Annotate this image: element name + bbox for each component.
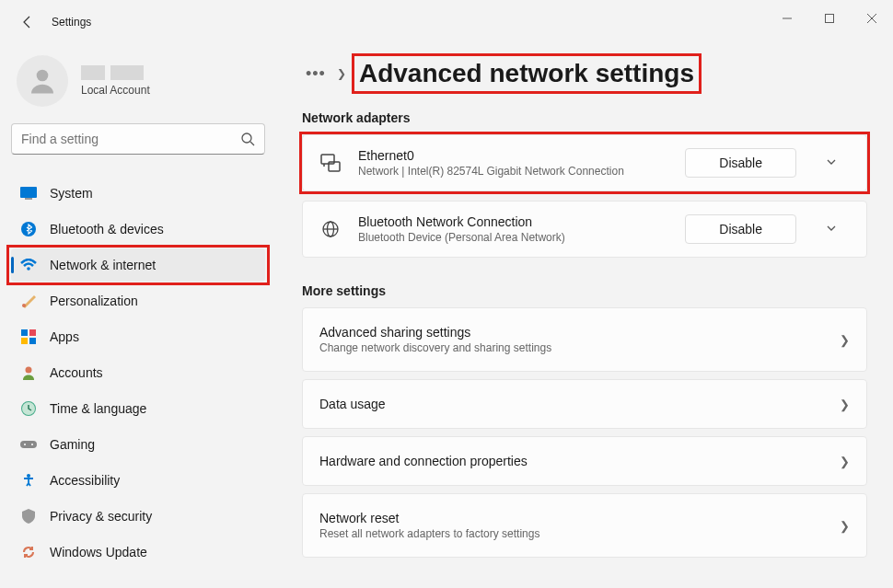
setting-row-data-usage[interactable]: Data usage ❯: [302, 379, 867, 429]
sidebar-item-update[interactable]: Windows Update: [11, 536, 265, 569]
adapter-description: Network | Intel(R) 82574L Gigabit Networ…: [358, 165, 668, 178]
svg-rect-13: [29, 329, 36, 336]
close-button[interactable]: [851, 0, 893, 37]
sidebar-item-label: Privacy & security: [50, 509, 152, 524]
chevron-right-icon: ❯: [337, 67, 346, 80]
adapter-card-ethernet0: Ethernet0 Network | Intel(R) 82574L Giga…: [302, 134, 867, 191]
expand-chevron[interactable]: [813, 156, 850, 170]
adapter-description: Bluetooth Device (Personal Area Network): [358, 231, 668, 244]
disable-button-bluetooth[interactable]: Disable: [685, 214, 796, 244]
sidebar-item-label: Accounts: [50, 365, 103, 380]
svg-rect-1: [826, 15, 834, 23]
svg-point-4: [37, 70, 49, 82]
sidebar-item-label: Accessibility: [50, 473, 120, 488]
setting-row-reset[interactable]: Network reset Reset all network adapters…: [302, 493, 867, 558]
svg-rect-15: [29, 338, 36, 344]
chevron-down-icon: [826, 156, 837, 167]
brush-icon: [20, 293, 37, 309]
setting-title: Advanced sharing settings: [319, 325, 840, 340]
sidebar-item-gaming[interactable]: Gaming: [11, 428, 265, 461]
sidebar-item-accounts[interactable]: Accounts: [11, 356, 265, 389]
expand-chevron[interactable]: [813, 223, 850, 236]
section-label-more: More settings: [302, 283, 867, 298]
wifi-icon: [20, 257, 37, 273]
breadcrumb: ••• ❯ Advanced network settings: [302, 59, 867, 88]
setting-title: Hardware and connection properties: [319, 454, 840, 468]
svg-rect-8: [25, 198, 32, 200]
section-label-adapters: Network adapters: [302, 110, 867, 125]
sidebar-item-label: System: [50, 186, 93, 201]
svg-rect-19: [20, 441, 37, 448]
svg-point-21: [31, 444, 33, 445]
globe-icon: [319, 218, 342, 240]
nav-list: System Bluetooth & devices Network & int…: [11, 177, 265, 569]
chevron-right-icon: ❯: [840, 519, 850, 533]
system-icon: [20, 185, 37, 202]
bluetooth-icon: [20, 221, 37, 237]
svg-rect-14: [21, 338, 28, 344]
update-icon: [20, 544, 37, 560]
shield-icon: [20, 508, 37, 525]
profile-type: Local Account: [81, 84, 150, 97]
profile-name-redacted: [81, 65, 150, 80]
accessibility-icon: [20, 472, 37, 489]
search-box[interactable]: [11, 123, 265, 155]
window-title: Settings: [52, 16, 91, 29]
profile-block[interactable]: Local Account: [11, 44, 265, 123]
page-title: Advanced network settings: [354, 59, 700, 87]
ethernet-icon: [319, 152, 342, 174]
svg-point-16: [26, 367, 32, 374]
setting-row-sharing[interactable]: Advanced sharing settings Change network…: [302, 307, 867, 372]
svg-line-6: [250, 142, 254, 145]
sidebar-item-accessibility[interactable]: Accessibility: [11, 464, 265, 497]
sidebar-item-system[interactable]: System: [11, 177, 265, 210]
sidebar: Local Account System Bluetooth & devices…: [0, 44, 276, 588]
setting-row-hardware[interactable]: Hardware and connection properties ❯: [302, 436, 867, 486]
search-input[interactable]: [21, 132, 240, 146]
svg-rect-12: [21, 329, 28, 336]
svg-point-5: [242, 133, 251, 143]
setting-title: Network reset: [319, 511, 840, 525]
adapter-name: Ethernet0: [358, 148, 668, 163]
sidebar-item-bluetooth[interactable]: Bluetooth & devices: [11, 213, 265, 246]
search-icon: [240, 132, 255, 146]
avatar: [17, 55, 68, 107]
accounts-icon: [20, 364, 37, 381]
titlebar: Settings: [0, 0, 893, 44]
chevron-right-icon: ❯: [840, 455, 850, 468]
maximize-button[interactable]: [808, 0, 851, 37]
minimize-button[interactable]: [766, 0, 808, 37]
svg-point-22: [27, 474, 30, 478]
breadcrumb-more[interactable]: •••: [302, 64, 330, 84]
sidebar-item-label: Windows Update: [50, 545, 147, 559]
sidebar-item-privacy[interactable]: Privacy & security: [11, 500, 265, 533]
window-controls: [766, 0, 893, 37]
main-content: ••• ❯ Advanced network settings Network …: [276, 44, 893, 588]
chevron-down-icon: [826, 223, 837, 234]
setting-subtitle: Change network discovery and sharing set…: [319, 341, 840, 354]
svg-rect-7: [20, 187, 37, 198]
sidebar-item-time[interactable]: Time & language: [11, 392, 265, 425]
svg-point-10: [27, 267, 30, 271]
disable-button-ethernet0[interactable]: Disable: [685, 148, 796, 178]
sidebar-item-label: Gaming: [50, 437, 95, 452]
back-arrow-icon: [20, 15, 35, 29]
sidebar-item-personalization[interactable]: Personalization: [11, 284, 265, 317]
back-button[interactable]: [11, 6, 44, 39]
clock-icon: [20, 400, 37, 417]
gaming-icon: [20, 436, 37, 453]
adapter-name: Bluetooth Network Connection: [358, 214, 668, 229]
svg-point-11: [22, 304, 26, 307]
sidebar-item-label: Network & internet: [50, 258, 156, 272]
sidebar-item-network[interactable]: Network & internet: [11, 248, 265, 282]
sidebar-item-label: Personalization: [50, 294, 138, 308]
setting-subtitle: Reset all network adapters to factory se…: [319, 527, 840, 540]
chevron-right-icon: ❯: [840, 398, 850, 411]
person-icon: [26, 64, 59, 98]
sidebar-item-label: Time & language: [50, 401, 146, 416]
setting-title: Data usage: [319, 397, 840, 411]
chevron-right-icon: ❯: [840, 333, 850, 347]
sidebar-item-apps[interactable]: Apps: [11, 320, 265, 353]
adapter-card-bluetooth: Bluetooth Network Connection Bluetooth D…: [302, 201, 867, 258]
svg-point-20: [24, 444, 26, 445]
